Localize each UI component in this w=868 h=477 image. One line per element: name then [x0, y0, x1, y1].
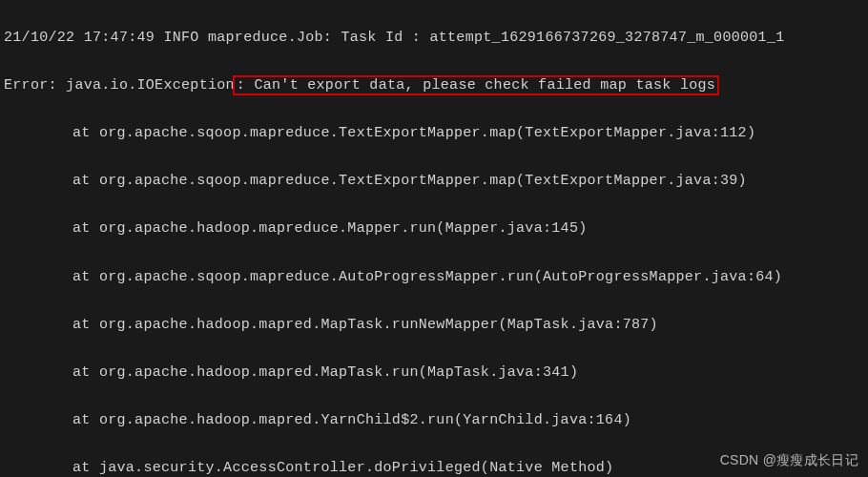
- stack-trace-line: at org.apache.hadoop.mapred.MapTask.runN…: [4, 313, 864, 337]
- stack-trace-line: at org.apache.hadoop.mapred.YarnChild$2.…: [4, 408, 864, 432]
- stack-trace-line: at org.apache.hadoop.mapred.MapTask.run(…: [4, 361, 864, 384]
- stack-trace-line: at org.apache.hadoop.mapreduce.Mapper.ru…: [4, 217, 864, 240]
- error-prefix: Error: java.io.IOException: [4, 77, 235, 93]
- stack-trace-line: at org.apache.sqoop.mapreduce.TextExport…: [4, 121, 864, 145]
- log-line-timestamp: 21/10/22 17:47:49 INFO mapreduce.Job: Ta…: [4, 26, 864, 50]
- stack-trace-line: at org.apache.sqoop.mapreduce.AutoProgre…: [4, 265, 864, 289]
- error-highlight: : Can't export data, please check failed…: [233, 75, 719, 95]
- stack-trace-line: at org.apache.sqoop.mapreduce.TextExport…: [4, 169, 864, 193]
- error-line: Error: java.io.IOException: Can't export…: [4, 73, 864, 97]
- watermark: CSDN @瘦瘦成长日记: [720, 449, 858, 471]
- terminal-output: 21/10/22 17:47:49 INFO mapreduce.Job: Ta…: [0, 0, 868, 477]
